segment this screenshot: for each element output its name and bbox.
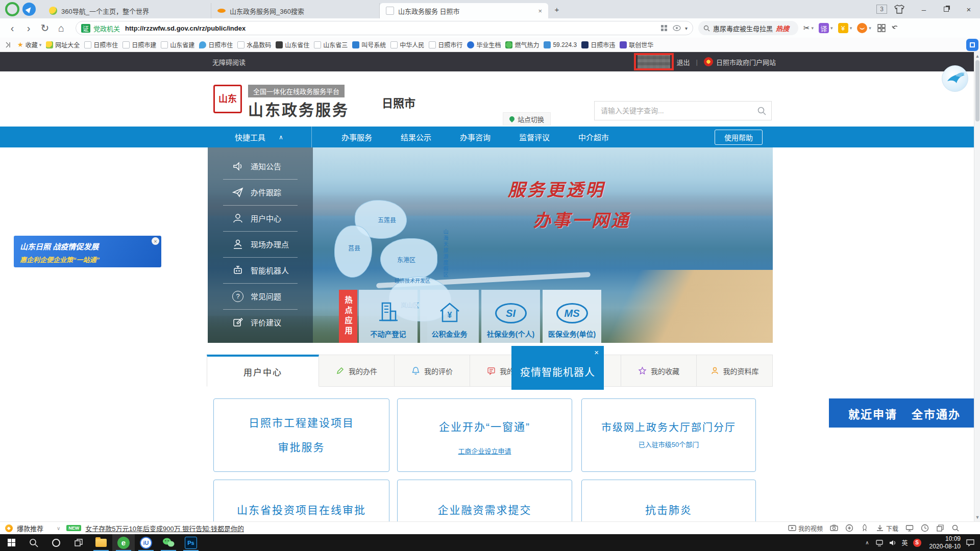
close-window-button[interactable]: × (958, 2, 980, 17)
nav-item-zhongjie[interactable]: 中介超市 (578, 132, 609, 142)
compass-nav-icon[interactable] (22, 3, 36, 16)
card-subtitle[interactable]: 工商企业设立申请 (398, 446, 572, 456)
tab-my-reviews[interactable]: 我的评价 (395, 355, 470, 387)
keyword-search-input[interactable] (600, 106, 757, 115)
wechat-icon[interactable] (157, 534, 180, 551)
rebate-tool[interactable]: ¥ ▾ (838, 23, 852, 33)
restore-button[interactable] (935, 2, 958, 17)
promo-ad-banner[interactable]: 山东日照 战疫情促发展 惠企利企便企业策“一站通” × (14, 236, 161, 267)
browser-tab-2[interactable]: 山东政务服务网_360搜索 (211, 3, 380, 18)
sogou-input-icon[interactable]: S (913, 539, 921, 547)
tray-expand-icon[interactable]: ∧ (865, 540, 869, 545)
tab-user-center[interactable]: 用户中心 (207, 355, 319, 387)
dropdown-icon[interactable]: ▾ (850, 26, 852, 31)
bookmark-item[interactable]: 日照市住 (84, 40, 118, 49)
floating-widget-bird[interactable] (942, 65, 968, 92)
logout-link[interactable]: 退出 (677, 57, 690, 67)
hot-app-fund[interactable]: ¥ 公积金业务 (420, 290, 479, 343)
scroll-down-icon[interactable]: ▼ (974, 515, 980, 520)
home-button[interactable]: ⌂ (53, 20, 69, 36)
rocket-icon[interactable] (861, 524, 869, 532)
news-headline-link[interactable]: 女子存款5万元10年后变成900万 银行告知:钱都是你的 (85, 523, 244, 533)
bookmark-item[interactable]: 网址大全 (46, 40, 80, 49)
card-investment-approval[interactable]: 山东省投资项目在线审批 (213, 480, 389, 521)
collapse-icon[interactable]: ∨ (57, 525, 60, 531)
reload-button[interactable]: ↻ (37, 20, 53, 36)
url-dropdown-icon[interactable]: ▾ (685, 26, 688, 31)
tab-my-library[interactable]: 我的资料库 (697, 355, 773, 387)
scroll-up-icon[interactable]: ▲ (974, 54, 980, 59)
card-fight-pneumonia[interactable]: 抗击肺炎 (581, 480, 756, 521)
bookmark-item[interactable]: 日照市住 (199, 40, 233, 49)
sidebar-item-tracking[interactable]: 办件跟踪 (208, 179, 313, 205)
bookmark-item[interactable]: 联创世华 (620, 40, 653, 49)
window-icon[interactable] (936, 524, 944, 532)
dropdown-icon[interactable]: ▾ (869, 26, 871, 31)
hot-app-social-insurance[interactable]: SI 社保业务(个人) (481, 290, 540, 343)
history-clock-icon[interactable] (921, 524, 929, 532)
game-center-tool[interactable]: ▾ (857, 23, 871, 33)
sidebar-toggle-icon[interactable] (5, 41, 12, 48)
minimize-button[interactable]: – (913, 2, 935, 17)
back-button[interactable]: ‹ (4, 20, 20, 36)
bookmark-item[interactable]: 日照市违 (581, 40, 615, 49)
search-icon[interactable] (757, 107, 766, 115)
favorites-menu[interactable]: ★ 收藏 ▾ (17, 40, 41, 49)
browser-logo-icon[interactable] (5, 2, 19, 16)
my-video-icon[interactable] (788, 524, 796, 532)
add-icon[interactable] (845, 524, 853, 532)
hot-app-medical-insurance[interactable]: MS 医保业务(单位) (543, 290, 601, 343)
taskbar-search-icon[interactable] (22, 534, 45, 551)
browser-tab-active[interactable]: 山东政务服务 日照市 × (380, 3, 548, 18)
sidebar-item-onsite[interactable]: 现场办理点 (208, 231, 313, 257)
keyword-search-box[interactable] (594, 101, 772, 120)
theme-skin-icon[interactable] (894, 5, 904, 14)
epidemic-robot-overlay[interactable]: × 疫情智能机器人 (511, 346, 604, 390)
bookmark-item[interactable]: 日照市建 (122, 40, 156, 49)
bookmark-item[interactable]: 日照市行 (429, 40, 462, 49)
nav-quick-tools[interactable]: 快捷工具 ∧ (207, 127, 312, 147)
bookmark-item[interactable]: 水晶数码 (237, 40, 271, 49)
bookmark-item[interactable]: 中华人民 (390, 40, 424, 49)
cortana-icon[interactable] (45, 534, 67, 551)
help-button[interactable]: 使用帮助 (715, 130, 763, 145)
sidebar-item-faq[interactable]: ? 常见问题 (208, 283, 313, 309)
camera-icon[interactable] (830, 524, 838, 532)
hot-app-realestate[interactable]: 不动产登记 (359, 290, 418, 343)
url-text[interactable]: http://rzzwfw.sd.gov.cn/rz/public/index (125, 24, 246, 32)
nav-item-jiandu[interactable]: 监督评议 (519, 132, 550, 142)
browser-tab-1[interactable]: 360导航_一个主页，整个世界 (43, 3, 211, 18)
portal-link[interactable]: 日照市政府门户网站 (716, 57, 776, 67)
news-brand-label[interactable]: 爆款推荐 (17, 523, 43, 533)
url-box[interactable]: 证 党政机关 http://rzzwfw.sd.gov.cn/rz/public… (76, 21, 693, 35)
bookmark-item[interactable]: 燃气热力 (505, 40, 539, 49)
photoshop-icon[interactable]: Ps (180, 534, 202, 551)
tab-my-favorites[interactable]: 我的收藏 (621, 355, 697, 387)
dropdown-icon[interactable]: ▾ (812, 26, 814, 31)
card-construction-approval[interactable]: 日照市工程建设项目 审批服务 (213, 398, 389, 472)
search-icon[interactable] (951, 524, 960, 532)
new-tab-button[interactable]: + (548, 2, 566, 17)
volume-icon[interactable] (889, 539, 897, 546)
bookmark-item[interactable]: 山东省建 (161, 40, 194, 49)
sidebar-item-notice[interactable]: 通知公告 (208, 153, 313, 179)
card-business-open[interactable]: 企业开办“一窗通” 工商企业设立申请 (397, 398, 572, 472)
grid-view-icon[interactable] (660, 24, 668, 32)
sidebar-item-usercenter[interactable]: 用户中心 (208, 205, 313, 231)
monitor-icon[interactable] (905, 524, 914, 532)
nav-item-zixun[interactable]: 办事咨询 (460, 132, 491, 142)
network-icon[interactable] (875, 539, 884, 546)
bookmark-item[interactable]: 59.224.3 (544, 41, 577, 48)
accessibility-link[interactable]: 无障碍阅读 (212, 57, 246, 67)
download-label[interactable]: 下载 (886, 524, 898, 533)
undo-arrow-icon[interactable] (892, 24, 901, 32)
apps-grid-icon[interactable] (877, 24, 886, 32)
my-video-label[interactable]: 我的视频 (798, 524, 823, 533)
tab-close-icon[interactable]: × (538, 7, 542, 15)
nav-item-jieguo[interactable]: 结果公示 (401, 132, 431, 142)
bookmark-item[interactable]: 山东省三 (314, 40, 348, 49)
site-switch-button[interactable]: 站点切换 (503, 112, 551, 126)
bookmark-item[interactable]: 毕业生档 (467, 40, 501, 49)
scrollbar-thumb[interactable] (975, 60, 979, 121)
tab-my-items[interactable]: 我的办件 (319, 355, 395, 387)
